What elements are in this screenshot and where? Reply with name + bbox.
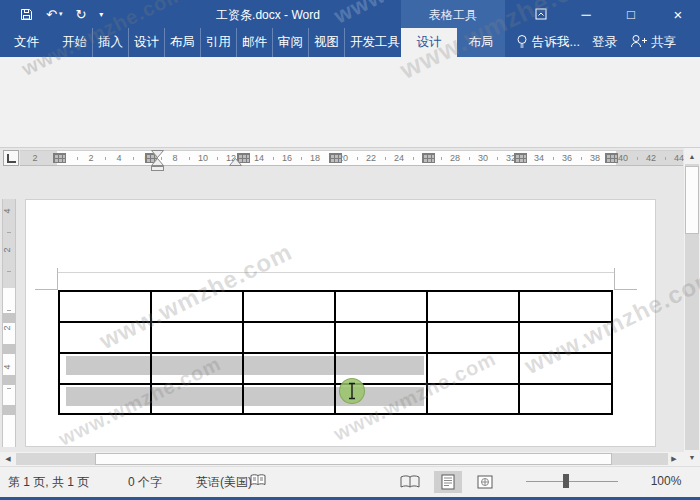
ruler-number: 2 bbox=[2, 247, 12, 252]
table-cell[interactable] bbox=[428, 354, 520, 385]
table-cell[interactable] bbox=[520, 292, 611, 323]
ruler-tick bbox=[553, 157, 554, 160]
table-cell[interactable] bbox=[244, 354, 336, 385]
vertical-scroll-thumb[interactable] bbox=[685, 166, 699, 234]
sign-in-button[interactable]: 登录 bbox=[592, 28, 617, 57]
column-marker-icon[interactable] bbox=[514, 153, 527, 163]
print-layout-icon[interactable] bbox=[434, 471, 462, 493]
table-cell[interactable] bbox=[520, 354, 611, 385]
share-label: 共享 bbox=[651, 34, 676, 51]
table-cell[interactable] bbox=[60, 385, 152, 413]
table-cell[interactable] bbox=[152, 323, 244, 354]
tab-开始[interactable]: 开始 bbox=[57, 28, 93, 57]
maximize-button[interactable]: □ bbox=[617, 0, 645, 28]
contextual-tab-布局[interactable]: 布局 bbox=[457, 28, 505, 57]
crop-mark-right bbox=[614, 289, 637, 290]
tab-插入[interactable]: 插入 bbox=[93, 28, 129, 57]
word-window: ↶▾ ↻ ▾ 工资条.docx - Word 表格工具 ─ □ × 文件 开始插… bbox=[0, 0, 700, 500]
row-boundary-marker[interactable] bbox=[3, 344, 15, 354]
zoom-slider-track[interactable] bbox=[526, 481, 618, 482]
vertical-scrollbar[interactable]: ▲ ▼ bbox=[684, 148, 700, 466]
customize-qat-icon[interactable]: ▾ bbox=[99, 10, 103, 19]
tell-me-box[interactable]: 告诉我... bbox=[516, 28, 580, 57]
ruler-number: 40 bbox=[618, 153, 628, 163]
column-marker-icon[interactable] bbox=[53, 153, 66, 163]
zoom-slider-thumb[interactable] bbox=[563, 474, 569, 488]
table-cell[interactable] bbox=[428, 385, 520, 413]
ruler-number: 38 bbox=[590, 153, 600, 163]
tab-引用[interactable]: 引用 bbox=[201, 28, 237, 57]
table-cell[interactable] bbox=[152, 292, 244, 323]
column-marker-icon[interactable] bbox=[422, 153, 435, 163]
left-indent-marker[interactable] bbox=[151, 166, 164, 171]
word-count[interactable]: 0 个字 bbox=[128, 474, 162, 491]
row-boundary-marker[interactable] bbox=[3, 313, 15, 323]
scroll-down-icon[interactable]: ▼ bbox=[685, 450, 699, 464]
table-cell[interactable] bbox=[60, 354, 152, 385]
contextual-tab-设计[interactable]: 设计 bbox=[401, 28, 457, 57]
vertical-ruler[interactable]: 4224 bbox=[2, 168, 16, 452]
table-cell[interactable] bbox=[520, 323, 611, 354]
ruler-number: 2 bbox=[32, 153, 37, 163]
tab-stop-selector[interactable] bbox=[3, 150, 19, 166]
horizontal-scrollbar[interactable]: ◀ ▶ bbox=[0, 452, 684, 466]
share-button[interactable]: 共享 bbox=[630, 28, 676, 57]
hanging-indent-marker[interactable] bbox=[151, 158, 164, 166]
table-cell[interactable] bbox=[520, 385, 611, 413]
ribbon-display-options-icon[interactable] bbox=[528, 0, 554, 28]
tab-设计[interactable]: 设计 bbox=[129, 28, 165, 57]
tab-审阅[interactable]: 审阅 bbox=[273, 28, 309, 57]
table-cell[interactable] bbox=[152, 354, 244, 385]
ruler-number: 2 bbox=[88, 153, 93, 163]
redo-icon[interactable]: ↻ bbox=[75, 7, 86, 22]
document-table[interactable] bbox=[58, 290, 613, 415]
read-mode-icon[interactable] bbox=[396, 471, 424, 493]
undo-icon[interactable]: ↶▾ bbox=[46, 7, 62, 22]
tab-视图[interactable]: 视图 bbox=[309, 28, 345, 57]
tab-开发工具[interactable]: 开发工具 bbox=[345, 28, 406, 57]
proofing-status-icon[interactable] bbox=[250, 473, 266, 491]
save-icon[interactable] bbox=[20, 8, 33, 21]
table-cell[interactable] bbox=[336, 323, 428, 354]
table-cell[interactable] bbox=[428, 323, 520, 354]
minimize-button[interactable]: ─ bbox=[572, 0, 600, 28]
web-layout-icon[interactable] bbox=[471, 471, 499, 493]
tab-布局[interactable]: 布局 bbox=[165, 28, 201, 57]
first-line-indent-marker[interactable] bbox=[151, 150, 164, 158]
table-cell[interactable] bbox=[244, 385, 336, 413]
right-indent-marker[interactable] bbox=[229, 158, 242, 166]
ruler-number: 16 bbox=[282, 153, 292, 163]
ruler-number: 4 bbox=[2, 364, 12, 369]
undo-dropdown-icon[interactable]: ▾ bbox=[59, 10, 63, 18]
column-marker-icon[interactable] bbox=[329, 153, 342, 163]
quick-access-toolbar: ↶▾ ↻ ▾ bbox=[20, 0, 103, 28]
table-cell[interactable] bbox=[60, 292, 152, 323]
horizontal-scroll-thumb[interactable] bbox=[95, 453, 612, 465]
close-button[interactable]: × bbox=[663, 0, 693, 28]
lightbulb-icon bbox=[516, 34, 528, 52]
text-cursor-pointer bbox=[339, 378, 365, 404]
ruler-number: 28 bbox=[450, 153, 460, 163]
scroll-right-icon[interactable]: ▶ bbox=[668, 453, 680, 465]
table-cell[interactable] bbox=[152, 385, 244, 413]
ribbon bbox=[0, 57, 700, 148]
table-cell[interactable] bbox=[60, 323, 152, 354]
row-boundary-marker[interactable] bbox=[3, 405, 15, 415]
scroll-up-icon[interactable]: ▲ bbox=[685, 149, 699, 163]
table-cell[interactable] bbox=[244, 292, 336, 323]
language-indicator[interactable]: 英语(美国) bbox=[196, 474, 252, 491]
scroll-left-icon[interactable]: ◀ bbox=[2, 453, 14, 465]
table-cell[interactable] bbox=[336, 292, 428, 323]
tab-file[interactable]: 文件 bbox=[0, 28, 53, 57]
page-indicator[interactable]: 第 1 页, 共 1 页 bbox=[8, 474, 89, 491]
row-boundary-marker[interactable] bbox=[3, 375, 15, 385]
table-cell[interactable] bbox=[428, 292, 520, 323]
ruler-number: 18 bbox=[310, 153, 320, 163]
table-cell[interactable] bbox=[244, 323, 336, 354]
tab-邮件[interactable]: 邮件 bbox=[237, 28, 273, 57]
tab-stop-l-icon bbox=[7, 154, 16, 163]
horizontal-ruler[interactable]: 2246810121416182022242628303234363840424… bbox=[20, 150, 683, 166]
zoom-level[interactable]: 100% bbox=[642, 474, 690, 488]
column-marker-icon[interactable] bbox=[605, 153, 618, 163]
ruler-tick bbox=[7, 388, 11, 389]
